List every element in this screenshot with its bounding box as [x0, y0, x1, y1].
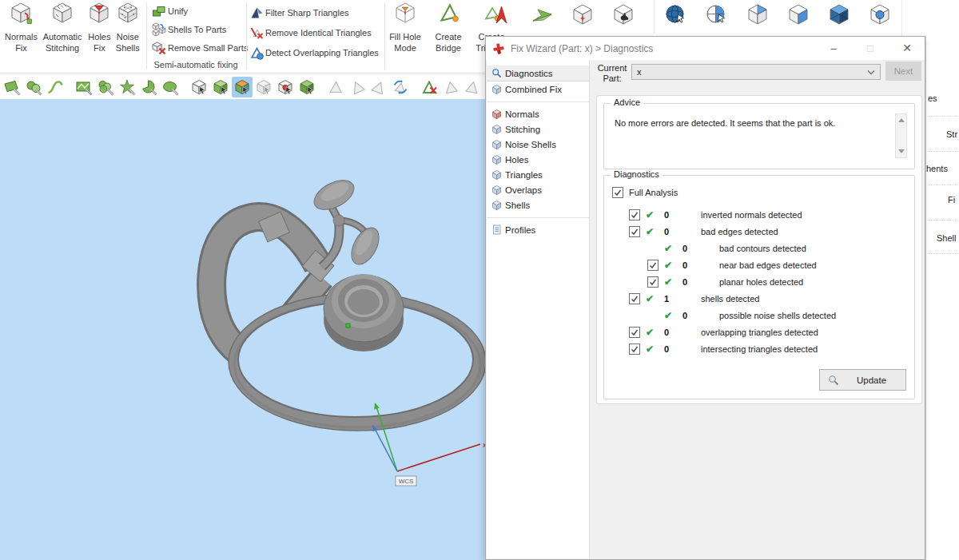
panel-divider	[928, 151, 957, 152]
advice-scrollbar[interactable]	[895, 113, 907, 158]
triangle-delete-button[interactable]	[419, 77, 440, 97]
select-freeform-button[interactable]	[45, 77, 66, 97]
wizard-page-holes[interactable]: Holes	[487, 152, 589, 167]
select-solid-cube-button[interactable]	[296, 77, 317, 97]
noise-shells-button[interactable]: Noise Shells	[112, 0, 144, 54]
triangle-flip-button[interactable]	[390, 77, 411, 97]
select-part-cube-icon	[212, 78, 229, 96]
wizard-page-diagnostics[interactable]: Diagnostics	[487, 66, 589, 81]
triangle-tool-b-button[interactable]	[347, 77, 368, 97]
toolbar-item-label: Shells To Parts	[168, 25, 226, 34]
select-star-icon	[118, 78, 136, 96]
current-part-select[interactable]: x	[631, 64, 881, 80]
diagnostic-checkbox[interactable]	[647, 276, 659, 288]
select-surface-cube-icon	[233, 78, 251, 96]
remove-small-parts-button[interactable]: Remove Small Parts	[152, 38, 245, 57]
select-solid-cube-icon	[298, 78, 316, 96]
holes-fix-button[interactable]: Holes Fix	[87, 0, 111, 54]
diagnostics-rows: ✔0inverted normals detected✔0bad edges d…	[604, 206, 914, 357]
diagnostic-checkbox[interactable]	[647, 260, 659, 271]
detect-overlapping-triangles-button[interactable]: Detect Overlapping Triangles	[249, 42, 384, 62]
diagnostic-count: 0	[664, 344, 701, 354]
dialog-titlebar[interactable]: Fix Wizard (Part: x) > Diagnostics – □ ✕	[486, 37, 925, 60]
update-button[interactable]: Update	[819, 369, 906, 391]
toolbar-item-label: Fill Hole Mode	[385, 31, 425, 54]
diagnostic-label: shells detected	[701, 294, 759, 304]
viewport-3d[interactable]: x WCS	[0, 99, 485, 560]
shells-to-parts-button[interactable]: Shells To Parts	[152, 20, 245, 38]
maximize-button[interactable]: □	[856, 37, 885, 59]
select-pie-button[interactable]	[138, 77, 159, 97]
create-bridge-button[interactable]: Create Bridge	[428, 0, 468, 54]
automatic-stitching-button[interactable]: Automatic Stitching	[38, 0, 87, 54]
page-cube-icon	[491, 185, 502, 195]
diagnostics-content-card: Advice No more errors are detected. It s…	[596, 95, 922, 404]
cube-sphere-view-button[interactable]	[868, 2, 892, 34]
select-brush-button[interactable]	[95, 77, 116, 97]
wizard-page-normals[interactable]: Normals	[487, 106, 589, 121]
wizard-page-stitching[interactable]: Stitching	[487, 121, 589, 137]
triangle-tool-e-button[interactable]	[462, 77, 483, 97]
diagnostic-count: 0	[664, 210, 701, 220]
cube-marks-button[interactable]	[571, 2, 595, 34]
wizard-page-profiles[interactable]: Profiles	[487, 222, 589, 237]
normals-fix-button[interactable]: Normals Fix	[5, 0, 38, 54]
filter-sharp-triangles-button[interactable]: Filter Sharp Triangles	[249, 2, 384, 22]
diagnostic-label: inverted normals detected	[701, 210, 802, 220]
panel-text-fragment: hents	[926, 164, 948, 173]
cube-face-view-icon	[786, 2, 810, 26]
mark-red-triangle-button[interactable]	[489, 2, 513, 34]
current-part-label: Current Part:	[594, 63, 631, 84]
diagnostic-checkbox[interactable]	[629, 209, 640, 220]
cube-corner-view-button[interactable]	[746, 2, 770, 34]
select-window-button[interactable]	[74, 77, 94, 97]
scroll-up-icon[interactable]	[898, 118, 905, 122]
triangle-tool-c-button[interactable]	[368, 77, 389, 97]
pan-view-button[interactable]	[705, 2, 729, 34]
select-part-cube-button[interactable]	[210, 77, 231, 97]
cube-shaded-view-icon	[827, 2, 851, 26]
select-circles-button[interactable]	[23, 77, 44, 97]
triangle-flip-icon	[392, 78, 409, 96]
wizard-page-list: DiagnosticsCombined FixNormalsStitchingN…	[487, 60, 590, 558]
unify-button[interactable]: Unify	[152, 2, 245, 20]
select-star-button[interactable]	[117, 77, 137, 97]
full-analysis-checkbox[interactable]	[612, 187, 623, 198]
toolbar-item-label: Remove Identical Triangles	[265, 28, 372, 38]
next-button[interactable]: Next	[885, 62, 921, 81]
select-rectangle-button[interactable]	[2, 77, 22, 97]
diagnostic-checkbox[interactable]	[629, 293, 640, 304]
model-canvas[interactable]: x WCS	[0, 99, 485, 560]
select-ellipse-button[interactable]	[160, 77, 181, 97]
toolbar-item-label: Normals Fix	[5, 31, 38, 54]
select-ghost-cube-button[interactable]	[253, 77, 274, 97]
scroll-down-icon[interactable]	[898, 149, 905, 153]
fill-hole-mode-button[interactable]: Fill Hole Mode	[385, 0, 425, 54]
diagnostic-checkbox[interactable]	[629, 226, 640, 237]
wizard-page-noise-shells[interactable]: Noise Shells	[487, 137, 589, 152]
remove-identical-triangles-button[interactable]: Remove Identical Triangles	[249, 22, 384, 42]
wizard-page-overlaps[interactable]: Overlaps	[487, 182, 589, 197]
select-shell-cube-button[interactable]	[189, 77, 209, 97]
cube-shaded-view-button[interactable]	[827, 2, 851, 34]
diagnostic-checkbox[interactable]	[629, 344, 640, 355]
triangle-tool-a-button[interactable]	[325, 77, 346, 97]
close-button[interactable]: ✕	[893, 37, 921, 59]
rotate-view-button[interactable]	[664, 2, 688, 34]
panel-divider	[928, 220, 957, 220]
wizard-page-combined-fix[interactable]: Combined Fix	[487, 81, 589, 97]
triangle-tool-d-button[interactable]	[440, 77, 461, 97]
wizard-page-triangles[interactable]: Triangles	[487, 167, 589, 182]
diagnostic-checkbox[interactable]	[629, 327, 640, 338]
minimize-button[interactable]: –	[819, 37, 848, 59]
cube-grab-button[interactable]	[611, 2, 635, 34]
cube-face-view-button[interactable]	[786, 2, 810, 34]
select-marked-cube-button[interactable]	[275, 77, 296, 97]
mark-green-triangle-button[interactable]	[530, 2, 554, 34]
toolbar-separator	[246, 2, 247, 70]
triangle-tool-d-icon	[442, 78, 460, 96]
diagnostic-label: overlapping triangles detected	[701, 328, 818, 337]
select-surface-cube-button[interactable]	[232, 77, 253, 97]
page-diagnostics-icon	[491, 68, 502, 78]
wizard-page-shells[interactable]: Shells	[487, 197, 589, 212]
